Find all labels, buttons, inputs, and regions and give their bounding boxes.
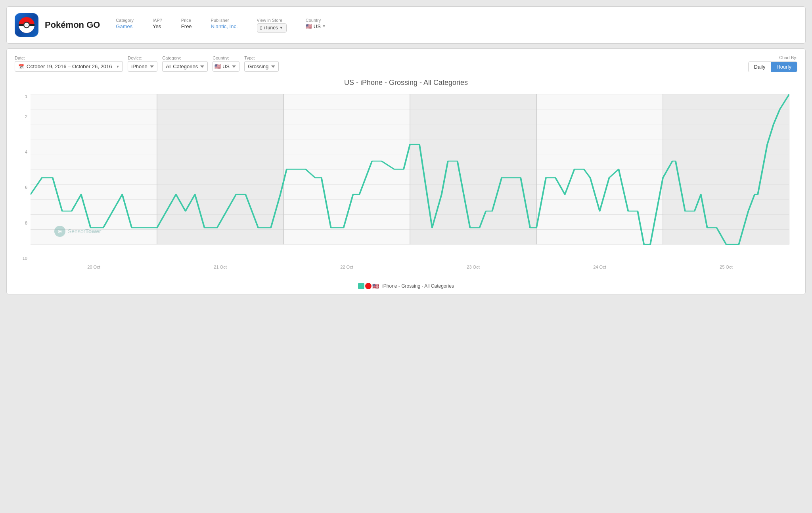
itunes-button[interactable]:  iTunes ▼ — [257, 23, 287, 33]
price-label: Price — [181, 18, 192, 23]
date-picker[interactable]: 📅 October 19, 2016 – October 26, 2016 ▼ — [15, 61, 123, 72]
meta-iap: IAP? Yes — [153, 18, 162, 29]
chart-legend: 🇺🇸 iPhone - Grossing - All Categories — [15, 283, 797, 289]
type-select[interactable]: Grossing Free Paid — [244, 61, 279, 72]
meta-group: Category Games IAP? Yes Price Free Publi… — [116, 18, 797, 33]
meta-view-in-store: View in Store  iTunes ▼ — [257, 18, 287, 33]
y-tick-2: 2 — [15, 114, 30, 119]
app-title-block: Pokémon GO — [45, 20, 100, 30]
meta-publisher: Publisher Niantic, Inc. — [211, 18, 238, 29]
chart-title: US - iPhone - Grossing - All Categories — [15, 79, 797, 87]
sensortower-icon: ⊕ — [54, 226, 65, 237]
view-in-store-label: View in Store — [257, 18, 287, 23]
sensortower-text: SensorTower — [68, 228, 102, 234]
y-tick-6: 6 — [15, 185, 30, 190]
dropdown-arrow-icon: ▼ — [280, 26, 283, 30]
device-select[interactable]: iPhone iPad — [128, 61, 157, 72]
category-label: Category — [116, 18, 134, 23]
date-value: October 19, 2016 – October 26, 2016 — [27, 63, 112, 69]
filter-category: Category: All Categories — [162, 56, 208, 72]
y-tick-8: 8 — [15, 221, 30, 225]
date-dropdown-icon: ▼ — [116, 65, 119, 69]
iap-label: IAP? — [153, 18, 162, 23]
meta-price: Price Free — [181, 18, 192, 29]
x-tick-21oct: 21 Oct — [214, 265, 226, 269]
country-header-value: US — [314, 23, 321, 29]
date-filter-label: Date: — [15, 56, 123, 60]
country-dropdown-icon: ▼ — [322, 24, 326, 28]
price-value: Free — [181, 23, 192, 29]
device-filter-label: Device: — [128, 56, 157, 60]
chart-by-label: Chart By: — [779, 55, 797, 60]
y-tick-1: 1 — [15, 94, 30, 99]
hourly-button[interactable]: Hourly — [771, 62, 797, 72]
x-tick-20oct: 20 Oct — [87, 265, 100, 269]
filter-type: Type: Grossing Free Paid — [244, 56, 279, 72]
chart-section: Date: 📅 October 19, 2016 – October 26, 2… — [6, 48, 806, 294]
country-selector[interactable]: 🇺🇸 US ▼ — [306, 23, 326, 29]
y-tick-10: 10 — [15, 256, 30, 261]
daily-button[interactable]: Daily — [749, 62, 771, 72]
apple-icon:  — [260, 25, 262, 31]
type-filter-label: Type: — [244, 56, 279, 60]
legend-text: iPhone - Grossing - All Categories — [382, 283, 454, 289]
meta-country: Country 🇺🇸 US ▼ — [306, 18, 326, 29]
iap-value: Yes — [153, 23, 162, 29]
x-tick-22oct: 22 Oct — [340, 265, 353, 269]
chart-by-group: Chart By: Daily Hourly — [748, 55, 797, 72]
legend-icon-flag: 🇺🇸 — [372, 283, 379, 289]
x-axis: 20 Oct 21 Oct 22 Oct 23 Oct 24 Oct 25 Oc… — [31, 261, 789, 281]
calendar-icon: 📅 — [18, 64, 24, 69]
country-select[interactable]: 🇺🇸 US — [213, 61, 239, 72]
sensortower-watermark: ⊕ SensorTower — [54, 226, 102, 237]
chart-by-buttons: Daily Hourly — [748, 61, 797, 72]
app-name: Pokémon GO — [45, 20, 100, 30]
x-tick-23oct: 23 Oct — [467, 265, 479, 269]
legend-icon-pokeball — [365, 283, 372, 289]
filter-date: Date: 📅 October 19, 2016 – October 26, 2… — [15, 56, 123, 72]
itunes-label: iTunes — [264, 25, 278, 31]
app-header: Pokémon GO Category Games IAP? Yes Price… — [6, 6, 806, 44]
country-header-label: Country — [306, 18, 326, 23]
filter-device: Device: iPhone iPad — [128, 56, 157, 72]
meta-category: Category Games — [116, 18, 134, 29]
x-tick-24oct: 24 Oct — [593, 265, 606, 269]
publisher-label: Publisher — [211, 18, 238, 23]
country-filter-label: Country: — [213, 56, 239, 60]
y-tick-4: 4 — [15, 150, 30, 154]
chart-plot-area: ⊕ SensorTower — [31, 94, 789, 261]
chart-container: 1 2 4 6 8 10 — [15, 90, 797, 281]
x-tick-25oct: 25 Oct — [720, 265, 732, 269]
category-value[interactable]: Games — [116, 23, 134, 29]
filter-country: Country: 🇺🇸 US — [213, 56, 239, 72]
category-select[interactable]: All Categories — [162, 61, 208, 72]
filters-row: Date: 📅 October 19, 2016 – October 26, 2… — [15, 55, 797, 72]
category-filter-label: Category: — [162, 56, 208, 60]
app-icon — [15, 13, 38, 37]
publisher-value[interactable]: Niantic, Inc. — [211, 23, 238, 29]
country-flag-icon: 🇺🇸 — [306, 23, 312, 29]
legend-icon-green — [358, 283, 364, 289]
svg-point-6 — [25, 24, 28, 27]
y-axis: 1 2 4 6 8 10 — [15, 94, 30, 261]
legend-icons: 🇺🇸 — [358, 283, 379, 289]
